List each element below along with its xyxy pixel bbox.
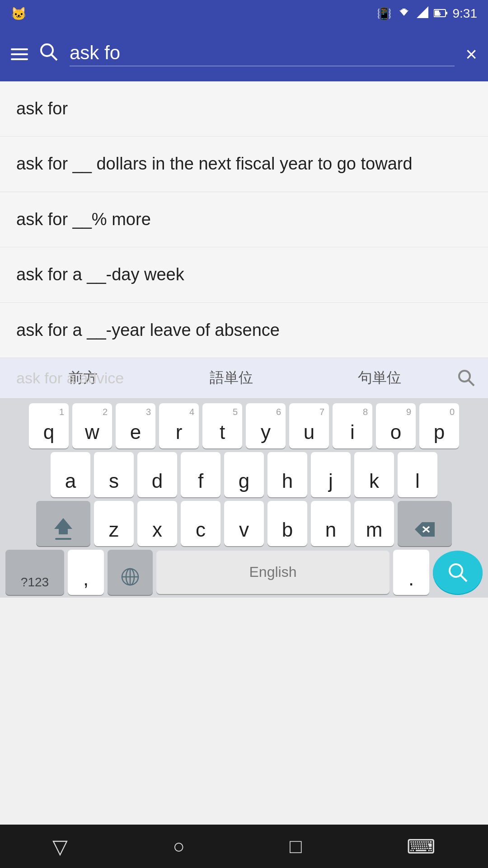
search-icon: [39, 42, 59, 66]
home-button[interactable]: ○: [173, 835, 185, 858]
delete-key[interactable]: [398, 501, 452, 546]
vibrate-icon: 📳: [377, 7, 391, 21]
keyboard-button[interactable]: ⌨: [407, 835, 436, 858]
key-u[interactable]: 7u: [289, 403, 329, 448]
key-q[interactable]: 1q: [29, 403, 69, 448]
key-s[interactable]: s: [94, 452, 134, 497]
suggestion-item[interactable]: ask for a __-year leave of absence: [0, 303, 488, 358]
key-row-3: z x c v b n m: [3, 501, 485, 546]
svg-line-13: [469, 380, 474, 386]
svg-rect-6: [435, 10, 439, 16]
ime-btn-forward[interactable]: 前方: [9, 363, 157, 392]
svg-line-11: [51, 54, 57, 60]
key-p[interactable]: 0p: [419, 403, 459, 448]
key-i[interactable]: 8i: [333, 403, 372, 448]
key-b[interactable]: b: [267, 501, 307, 546]
key-row-1: 1q 2w 3e 4r 5t 6y 7u 8i 9o 0p: [3, 403, 485, 448]
svg-point-12: [459, 371, 470, 382]
svg-rect-5: [446, 12, 447, 14]
key-a[interactable]: a: [51, 452, 90, 497]
key-row-bottom: ?123 , English .: [3, 550, 485, 595]
close-button[interactable]: ×: [465, 43, 477, 66]
search-input[interactable]: [70, 42, 455, 66]
key-row-2: a s d f g h j k l: [3, 452, 485, 497]
key-h[interactable]: h: [267, 452, 307, 497]
key-t[interactable]: 5t: [202, 403, 242, 448]
key-x[interactable]: x: [137, 501, 177, 546]
ime-search-button[interactable]: [454, 365, 479, 391]
ime-toolbar: 前方 語単位 句単位 ask for a advice: [0, 358, 488, 399]
key-m[interactable]: m: [354, 501, 394, 546]
keyboard: 1q 2w 3e 4r 5t 6y 7u 8i 9o 0p a s d f g …: [0, 399, 488, 598]
time-display: 9:31: [453, 6, 478, 21]
svg-line-22: [460, 575, 467, 581]
back-button[interactable]: ▽: [52, 835, 68, 858]
app-status-icon: 🐱: [11, 6, 27, 21]
status-bar-left: 🐱: [11, 6, 27, 21]
keyboard-search-button[interactable]: [433, 551, 483, 594]
suggestion-item[interactable]: ask for a __-day week: [0, 247, 488, 302]
key-z[interactable]: z: [94, 501, 134, 546]
key-r[interactable]: 4r: [159, 403, 199, 448]
key-l[interactable]: l: [398, 452, 437, 497]
key-e[interactable]: 3e: [116, 403, 155, 448]
status-bar-right: 📳 9:31: [377, 6, 478, 21]
wifi-icon: [397, 7, 411, 21]
key-v[interactable]: v: [224, 501, 264, 546]
key-w[interactable]: 2w: [72, 403, 112, 448]
ime-btn-phrase[interactable]: 句単位: [305, 363, 454, 392]
key-space[interactable]: English: [156, 551, 389, 594]
menu-button[interactable]: [11, 48, 28, 60]
status-bar: 🐱 📳 9:31: [0, 0, 488, 27]
nav-bar: ▽ ○ □ ⌨: [0, 825, 488, 868]
key-period[interactable]: .: [393, 550, 429, 595]
battery-icon: [434, 7, 447, 21]
suggestion-item[interactable]: ask for: [0, 81, 488, 137]
key-y[interactable]: 6y: [246, 403, 286, 448]
shift-key[interactable]: [36, 501, 90, 546]
signal-icon: [417, 6, 428, 21]
suggestion-item[interactable]: ask for __% more: [0, 192, 488, 247]
key-j[interactable]: j: [311, 452, 351, 497]
svg-marker-14: [54, 518, 72, 534]
key-globe[interactable]: [108, 550, 153, 595]
key-g[interactable]: g: [224, 452, 264, 497]
ime-btn-word[interactable]: 語単位: [157, 363, 305, 392]
recent-apps-button[interactable]: □: [290, 835, 302, 858]
key-numbers[interactable]: ?123: [5, 550, 64, 595]
suggestions-list: ask for ask for __ dollars in the next f…: [0, 81, 488, 358]
key-d[interactable]: d: [137, 452, 177, 497]
svg-point-21: [450, 564, 462, 577]
key-n[interactable]: n: [311, 501, 351, 546]
key-k[interactable]: k: [354, 452, 394, 497]
app-bar: ×: [0, 27, 488, 81]
key-o[interactable]: 9o: [376, 403, 416, 448]
key-c[interactable]: c: [181, 501, 221, 546]
svg-marker-3: [417, 6, 428, 18]
key-comma[interactable]: ,: [68, 550, 104, 595]
suggestion-item[interactable]: ask for __ dollars in the next fiscal ye…: [0, 137, 488, 192]
key-f[interactable]: f: [181, 452, 221, 497]
